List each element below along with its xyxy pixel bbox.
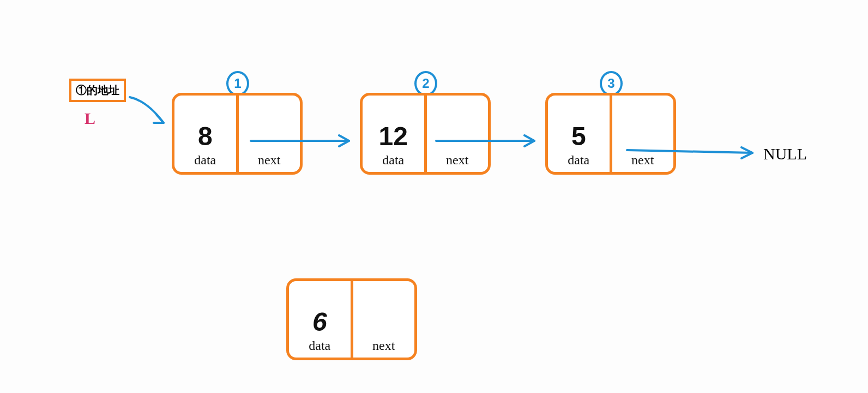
head-pointer-label: L [85,109,95,128]
node-2-data-value: 12 [379,123,408,150]
arrow-head-to-1-head [154,115,164,123]
node-2: 12 data next [360,93,491,175]
arrow-3-to-null-head [742,147,752,158]
arrow-2-to-3-head [525,135,534,146]
node-3-data-cell: 5 data [548,96,612,172]
node-2-next-cell: next [427,96,489,172]
null-terminator: NULL [763,145,807,163]
detached-node-data-value: 6 [312,309,327,335]
node-3-next-cell: next [612,96,674,172]
arrow-head-to-1 [130,97,164,123]
detached-node-next-label: next [372,338,395,353]
node-3-data-label: data [568,153,589,168]
node-1-next-label: next [258,153,280,168]
head-pointer-box: ①的地址 [69,79,126,102]
detached-node: 6 data next [286,278,417,360]
node-3-data-value: 5 [571,123,586,150]
node-1: 8 data next [172,93,303,175]
node-3-next-label: next [631,153,654,168]
node-1-next-cell: next [239,96,300,172]
head-pointer-text: ①的地址 [76,84,119,96]
node-2-next-label: next [446,153,468,168]
node-2-data-label: data [382,153,404,168]
detached-node-data-cell: 6 data [289,281,353,358]
arrow-1-to-2-head [339,135,349,146]
node-1-data-value: 8 [198,123,213,150]
arrows-layer [0,0,868,393]
node-3: 5 data next [545,93,676,175]
detached-node-data-label: data [309,338,330,353]
detached-node-next-cell: next [353,281,415,358]
node-1-data-cell: 8 data [174,96,239,172]
node-1-data-label: data [194,153,216,168]
linked-list-diagram: ①的地址 L 1 8 data next 2 12 data next 3 5 … [0,0,868,393]
node-2-data-cell: 12 data [363,96,427,172]
